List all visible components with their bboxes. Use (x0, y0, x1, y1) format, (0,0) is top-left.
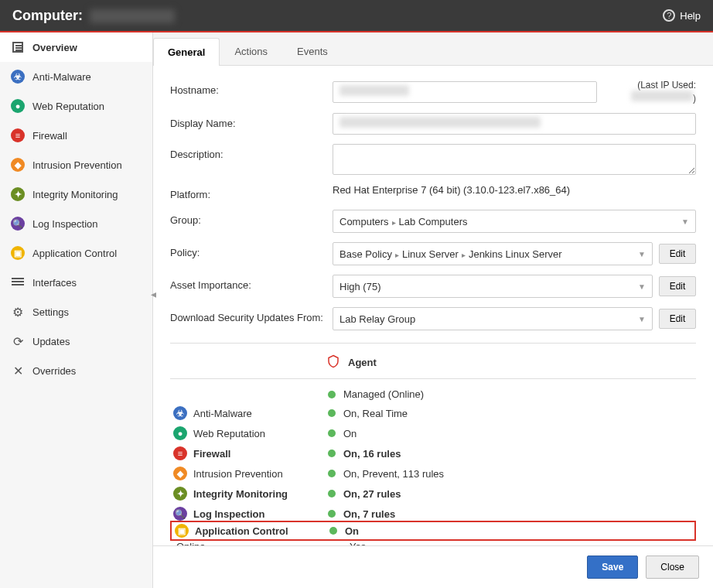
platform-value: Red Hat Enterprise 7 (64 bit) (3.10.0-12… (333, 184, 570, 196)
magnifier-icon: 🔍 (11, 217, 25, 231)
hostname-obscured (90, 9, 175, 23)
description-input[interactable] (333, 144, 696, 175)
sidebar-item-integrity-monitoring[interactable]: ✦Integrity Monitoring (0, 179, 152, 209)
status-row-anti-malware: ☣Anti-MalwareOn, Real Time (170, 403, 696, 423)
shield-icon: ◆ (11, 158, 25, 172)
module-status: On, 16 rules (343, 448, 401, 460)
sidebar-item-label: Interfaces (32, 277, 77, 289)
tab-general[interactable]: General (153, 38, 220, 66)
sidebar-item-application-control[interactable]: ▣Application Control (0, 238, 152, 268)
sidebar-item-label: Settings (32, 306, 69, 318)
firewall-icon: ≡ (11, 128, 25, 142)
status-dot-icon (328, 450, 336, 457)
sidebar-item-log-inspection[interactable]: 🔍Log Inspection (0, 209, 152, 238)
module-name: Log Inspection (193, 508, 264, 520)
module-name: Application Control (195, 525, 288, 537)
status-dot-icon (328, 510, 336, 518)
status-dot-icon (328, 391, 336, 398)
globe-icon: ● (11, 99, 25, 113)
display-name-input[interactable] (333, 113, 696, 135)
status-dot-icon (328, 470, 336, 477)
asset-edit-button[interactable]: Edit (659, 276, 696, 296)
module-name: Firewall (193, 448, 230, 460)
sidebar-item-settings[interactable]: ⚙Settings (0, 297, 152, 326)
tab-actions[interactable]: Actions (220, 37, 282, 65)
asset-importance-select[interactable]: High (75) ▼ (333, 275, 653, 298)
window-header: Computer: ? Help (0, 0, 713, 32)
platform-label: Platform: (170, 184, 333, 200)
interfaces-icon (11, 275, 25, 289)
sidebar-item-overview[interactable]: Overview (0, 32, 152, 62)
status-row-intrusion-prevention: ◆Intrusion PreventionOn, Prevent, 113 ru… (170, 463, 696, 484)
sidebar-item-interfaces[interactable]: Interfaces (0, 268, 152, 297)
sidebar-item-label: Web Reputation (32, 101, 104, 112)
close-button[interactable]: Close (646, 556, 699, 579)
status-row-integrity-monitoring: ✦Integrity MonitoringOn, 27 rules (170, 484, 696, 504)
sidebar-item-updates[interactable]: ⟳Updates (0, 326, 152, 356)
help-icon: ? (663, 9, 675, 22)
status-dot-icon (328, 429, 336, 437)
last-ip-used: (Last IP Used: ) (603, 80, 696, 104)
download-updates-label: Download Security Updates From: (170, 307, 333, 323)
save-button[interactable]: Save (587, 556, 638, 579)
appcontrol-icon: ▣ (175, 524, 189, 538)
sidebar-item-label: Anti-Malware (32, 71, 91, 83)
module-status: On, Real Time (343, 408, 408, 419)
managed-status: Managed (Online) (343, 388, 424, 400)
module-name: Integrity Monitoring (193, 488, 288, 500)
policy-edit-button[interactable]: Edit (659, 244, 696, 264)
policy-label: Policy: (170, 242, 333, 258)
download-edit-button[interactable]: Edit (659, 309, 696, 329)
download-updates-select[interactable]: Lab Relay Group ▼ (333, 307, 653, 330)
sidebar-item-web-reputation[interactable]: ●Web Reputation (0, 91, 152, 121)
hostname-input[interactable] (333, 81, 597, 103)
chevron-down-icon: ▼ (638, 282, 646, 291)
updates-icon: ⟳ (11, 334, 25, 348)
sidebar-item-label: Updates (32, 336, 70, 347)
chevron-down-icon: ▼ (681, 217, 689, 226)
overview-icon (11, 40, 25, 54)
agent-label: Agent (348, 357, 377, 368)
group-label: Group: (170, 210, 333, 226)
module-name: Web Reputation (193, 428, 265, 439)
status-table: Agent Managed (Online) ☣Anti-MalwareOn, … (170, 343, 696, 545)
description-label: Description: (170, 144, 333, 160)
sidebar-item-firewall[interactable]: ≡Firewall (0, 121, 152, 150)
sidebar-item-label: Intrusion Prevention (32, 159, 122, 171)
sidebar-item-overrides[interactable]: ✕Overrides (0, 356, 152, 385)
general-panel: Hostname: (Last IP Used: ) Display Name:… (153, 66, 713, 545)
monitor-icon: ✦ (11, 187, 25, 201)
magnifier-icon: 🔍 (173, 507, 187, 521)
window-title: Computer: (12, 8, 175, 24)
chevron-down-icon: ▼ (638, 250, 646, 258)
sidebar-item-label: Application Control (32, 248, 117, 259)
appcontrol-icon: ▣ (11, 246, 25, 260)
tab-events[interactable]: Events (282, 37, 343, 65)
monitor-icon: ✦ (173, 487, 187, 501)
shuffle-icon: ✕ (11, 364, 25, 378)
biohazard-icon: ☣ (11, 70, 25, 84)
policy-select[interactable]: Base Policy▸Linux Server▸Jenkins Linux S… (333, 242, 653, 265)
sidebar-collapse-handle[interactable]: ◂ (151, 288, 159, 311)
sidebar-item-label: Overrides (32, 365, 76, 377)
chevron-down-icon: ▼ (638, 315, 646, 323)
status-dot-icon (329, 527, 337, 535)
sidebar-item-anti-malware[interactable]: ☣Anti-Malware (0, 62, 152, 91)
help-link[interactable]: ? Help (663, 9, 701, 22)
globe-icon: ● (173, 426, 187, 440)
sidebar: Overview☣Anti-Malware●Web Reputation≡Fir… (0, 32, 153, 588)
module-name: Anti-Malware (193, 408, 252, 419)
status-row-firewall: ≡FirewallOn, 16 rules (170, 443, 696, 463)
display-name-label: Display Name: (170, 113, 333, 129)
sidebar-item-label: Integrity Monitoring (32, 189, 118, 200)
module-name: Intrusion Prevention (193, 468, 283, 480)
sidebar-item-intrusion-prevention[interactable]: ◆Intrusion Prevention (0, 150, 152, 179)
module-status: On (343, 428, 356, 439)
status-dot-icon (328, 490, 336, 497)
footer: Save Close (153, 545, 713, 588)
agent-icon (326, 354, 340, 371)
hostname-label: Hostname: (170, 80, 333, 96)
group-select[interactable]: Computers▸Lab Computers ▼ (333, 210, 696, 233)
status-row-web-reputation: ●Web ReputationOn (170, 423, 696, 443)
status-dot-icon (328, 409, 336, 417)
